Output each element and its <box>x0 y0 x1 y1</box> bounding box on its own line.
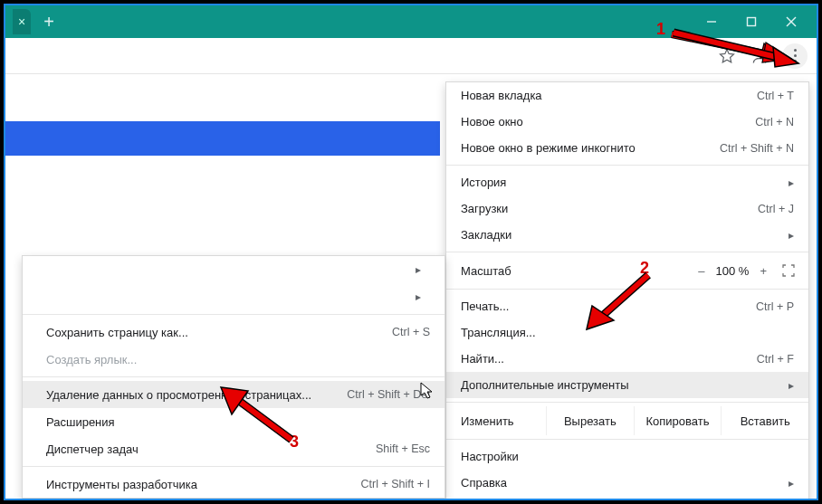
submenu-label: Создать ярлык... <box>46 353 137 366</box>
cursor-icon <box>420 382 435 404</box>
menu-item-edit: Изменить Вырезать Копировать Вставить <box>446 406 808 435</box>
tab-bar: × + <box>5 5 817 38</box>
menu-label: Загрузки <box>461 202 508 215</box>
chevron-right-icon: ▸ <box>789 477 794 490</box>
menu-label: Изменить <box>446 414 546 428</box>
menu-item-bookmarks[interactable]: Закладки ▸ <box>446 222 808 248</box>
menu-item-history[interactable]: История ▸ <box>446 169 808 195</box>
zoom-out-button[interactable]: – <box>698 264 704 278</box>
menu-item-zoom: Масштаб – 100 % + <box>446 256 808 285</box>
zoom-value: 100 % <box>716 264 750 278</box>
menu-item-new-tab[interactable]: Новая вкладка Ctrl + T <box>446 82 808 109</box>
menu-label: Новое окно в режиме инкогнито <box>461 141 636 155</box>
submenu-label: Расширения <box>46 415 115 429</box>
edit-paste-button[interactable]: Вставить <box>721 406 808 435</box>
tab-close-edge[interactable]: × <box>13 9 31 34</box>
annotation-2: 2 <box>640 259 649 278</box>
edit-cut-button[interactable]: Вырезать <box>546 406 634 435</box>
browser-window: × + Новая вкладка Ctrl + T <box>4 4 818 500</box>
menu-item-more-tools[interactable]: Дополнительные инструменты ▸ <box>446 372 808 398</box>
menu-label: Печать... <box>461 300 509 313</box>
submenu-shortcut: Shift + Esc <box>376 442 430 455</box>
chevron-right-icon: ▸ <box>789 176 794 189</box>
menu-shortcut: Ctrl + Shift + N <box>720 142 794 155</box>
kebab-icon <box>794 49 797 62</box>
menu-shortcut: Ctrl + T <box>757 90 794 102</box>
menu-label: Закладки <box>461 228 511 242</box>
maximize-icon <box>746 16 757 27</box>
chevron-right-icon: ▸ <box>416 290 421 303</box>
maximize-button[interactable] <box>731 5 771 38</box>
menu-label: Справка <box>461 476 507 490</box>
submenu-shortcut: Ctrl + S <box>392 326 430 338</box>
menu-item-print[interactable]: Печать... Ctrl + P <box>446 293 808 319</box>
annotation-1: 1 <box>656 20 665 39</box>
menu-label: Настройки <box>461 450 519 463</box>
submenu-item-save-page[interactable]: Сохранить страницу как... Ctrl + S <box>23 319 444 346</box>
menu-item-incognito[interactable]: Новое окно в режиме инкогнито Ctrl + Shi… <box>446 135 808 161</box>
submenu-label: Сохранить страницу как... <box>46 326 188 339</box>
zoom-in-button[interactable]: + <box>760 264 767 278</box>
chevron-right-icon: ▸ <box>789 379 794 392</box>
svg-marker-4 <box>721 49 734 62</box>
close-button[interactable] <box>771 5 811 38</box>
new-tab-button[interactable]: + <box>36 9 62 34</box>
fullscreen-icon <box>782 264 795 277</box>
kebab-menu-button[interactable] <box>782 43 808 69</box>
chevron-right-icon: ▸ <box>789 229 794 242</box>
menu-label: Найти... <box>461 352 504 366</box>
menu-item-help[interactable]: Справка ▸ <box>446 470 808 496</box>
menu-shortcut: Ctrl + P <box>756 300 794 313</box>
annotation-3: 3 <box>290 433 299 452</box>
menu-item-cast[interactable]: Трансляция... <box>446 319 808 346</box>
submenu-item-task-manager[interactable]: Диспетчер задач Shift + Esc <box>23 435 444 462</box>
submenu-label: Инструменты разработчика <box>46 478 197 491</box>
page-content-banner <box>5 121 440 156</box>
profile-icon[interactable] <box>750 46 769 66</box>
submenu-label: Диспетчер задач <box>46 442 139 456</box>
toolbar <box>5 38 817 74</box>
menu-shortcut: Ctrl + J <box>758 203 794 215</box>
edit-copy-button[interactable]: Копировать <box>634 406 722 435</box>
menu-label: Новое окно <box>461 115 523 128</box>
svg-rect-1 <box>748 18 756 26</box>
submenu-item-create-shortcut: Создать ярлык... <box>23 346 444 373</box>
submenu-item-extensions[interactable]: Расширения <box>23 408 444 435</box>
minimize-icon <box>706 16 717 27</box>
submenu-item-dev-tools[interactable]: Инструменты разработчика Ctrl + Shift + … <box>23 471 444 498</box>
submenu-shortcut: Ctrl + Shift + Del <box>347 388 430 401</box>
chrome-main-menu: Новая вкладка Ctrl + T Новое окно Ctrl +… <box>445 81 809 500</box>
menu-label: Трансляция... <box>461 326 536 339</box>
menu-label: Новая вкладка <box>461 89 542 102</box>
menu-shortcut: Ctrl + F <box>757 353 794 366</box>
more-tools-submenu: ▸ ▸ Сохранить страницу как... Ctrl + S С… <box>22 255 445 499</box>
svg-point-5 <box>757 50 763 56</box>
menu-label: Масштаб <box>461 264 698 278</box>
menu-item-settings[interactable]: Настройки <box>446 443 808 470</box>
fullscreen-button[interactable] <box>778 264 799 277</box>
menu-label: Дополнительные инструменты <box>461 378 629 392</box>
menu-item-find[interactable]: Найти... Ctrl + F <box>446 346 808 372</box>
menu-item-new-window[interactable]: Новое окно Ctrl + N <box>446 109 808 135</box>
submenu-shortcut: Ctrl + Shift + I <box>361 478 430 490</box>
minimize-button[interactable] <box>692 5 731 38</box>
star-icon[interactable] <box>717 46 737 66</box>
submenu-label: Удаление данных о просмотренных страница… <box>46 388 311 402</box>
menu-item-downloads[interactable]: Загрузки Ctrl + J <box>446 195 808 222</box>
menu-shortcut: Ctrl + N <box>755 116 794 128</box>
close-icon <box>786 16 797 27</box>
chevron-right-icon: ▸ <box>416 263 421 276</box>
submenu-item-clear-browsing-data[interactable]: Удаление данных о просмотренных страница… <box>23 381 444 408</box>
menu-label: История <box>461 176 506 189</box>
